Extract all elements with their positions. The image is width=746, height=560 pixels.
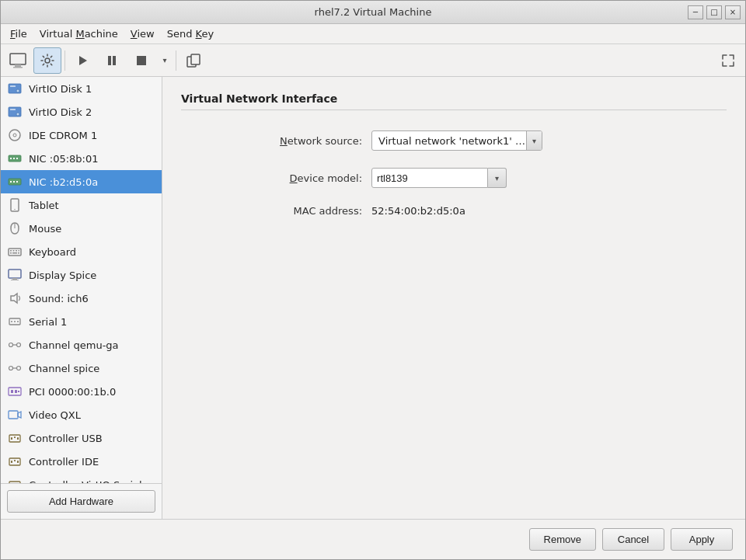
svg-rect-6 xyxy=(113,56,116,65)
sidebar-item-ide-cdrom-1[interactable]: IDE CDROM 1 xyxy=(1,123,162,147)
menu-view[interactable]: View xyxy=(124,26,161,41)
svg-rect-29 xyxy=(9,249,21,256)
svg-rect-19 xyxy=(10,158,12,159)
svg-point-45 xyxy=(9,343,13,347)
clone-icon xyxy=(186,53,201,68)
sidebar-item-pci-0000-00-1b-0[interactable]: PCI 0000:00:1b.0 xyxy=(1,380,162,403)
menu-file[interactable]: File xyxy=(4,26,33,41)
sidebar-item-controller-virtio-serial[interactable]: Controller VirtIO Serial xyxy=(1,473,162,483)
mac-address-value: 52:54:00:b2:d5:0a xyxy=(371,205,465,217)
sidebar-item-controller-usb[interactable]: Controller USB xyxy=(1,426,162,450)
toolbar-screen-button[interactable] xyxy=(4,47,32,74)
svg-rect-24 xyxy=(13,181,15,183)
serial-icon xyxy=(7,314,23,329)
sidebar-item-video-qxl[interactable]: Video QXL xyxy=(1,403,162,426)
mac-address-control: 52:54:00:b2:d5:0a xyxy=(371,205,727,217)
disk-icon xyxy=(7,104,23,120)
main-window: rhel7.2 Virtual Machine − □ × File Virtu… xyxy=(0,0,746,560)
toolbar-stop-button[interactable] xyxy=(127,47,155,74)
maximize-button[interactable]: □ xyxy=(706,5,722,19)
svg-rect-39 xyxy=(11,280,19,280)
stop-icon xyxy=(135,54,148,67)
svg-rect-11 xyxy=(10,85,16,87)
toolbar-settings-button[interactable] xyxy=(33,47,61,74)
close-button[interactable]: × xyxy=(725,5,741,19)
apply-button[interactable]: Apply xyxy=(671,528,733,551)
sidebar-item-mouse[interactable]: Mouse xyxy=(1,217,162,240)
settings-icon xyxy=(40,53,55,68)
controller-icon xyxy=(7,477,23,483)
sidebar-item-tablet[interactable]: Tablet xyxy=(1,193,162,217)
sidebar-item-sound-ich6[interactable]: Sound: ich6 xyxy=(1,287,162,310)
toolbar-clone-button[interactable] xyxy=(180,47,207,74)
device-model-control: ▾ xyxy=(371,168,727,188)
sidebar-item-channel-qemu-ga[interactable]: Channel qemu-ga xyxy=(1,333,162,357)
svg-rect-54 xyxy=(18,391,19,392)
sidebar-item-controller-ide[interactable]: Controller IDE xyxy=(1,450,162,473)
device-model-row: Device model: ▾ xyxy=(181,168,727,188)
toolbar-pause-button[interactable] xyxy=(98,47,126,74)
toolbar-sep-2 xyxy=(176,50,176,71)
sidebar: VirtIO Disk 1VirtIO Disk 2IDE CDROM 1NIC… xyxy=(1,77,162,519)
sidebar-item-label-pci-0000-00-1b-0: PCI 0000:00:1b.0 xyxy=(29,386,116,398)
svg-point-16 xyxy=(9,130,20,141)
svg-point-15 xyxy=(16,113,19,116)
toolbar-play-button[interactable] xyxy=(68,47,96,74)
svg-point-49 xyxy=(17,367,21,370)
cancel-button[interactable]: Cancel xyxy=(602,528,664,551)
device-model-dropdown-arrow-icon[interactable]: ▾ xyxy=(488,168,507,188)
device-model-input[interactable] xyxy=(371,168,488,188)
toolbar-expand-button[interactable] xyxy=(714,47,742,74)
menu-virtual-machine[interactable]: Virtual Machine xyxy=(33,26,124,41)
sidebar-item-nic-b2-d5-0a[interactable]: NIC :b2:d5:0a xyxy=(1,170,162,193)
svg-rect-38 xyxy=(12,278,17,280)
sidebar-item-nic-05-8b-01[interactable]: NIC :05:8b:01 xyxy=(1,147,162,170)
svg-rect-30 xyxy=(10,250,12,252)
svg-rect-64 xyxy=(17,461,19,463)
screen-icon xyxy=(9,53,26,68)
spacer-row xyxy=(181,157,727,162)
sidebar-list: VirtIO Disk 1VirtIO Disk 2IDE CDROM 1NIC… xyxy=(1,77,162,483)
sidebar-item-serial-1[interactable]: Serial 1 xyxy=(1,310,162,333)
svg-rect-63 xyxy=(14,460,16,461)
svg-rect-1 xyxy=(15,64,21,67)
bottom-bar: Remove Cancel Apply xyxy=(1,519,745,559)
controller-icon xyxy=(7,430,23,446)
expand-icon xyxy=(720,53,736,68)
menu-vm-label: Virtual Machine xyxy=(40,28,118,40)
network-source-value: Virtual network 'network1' : NAT xyxy=(378,135,526,147)
mouse-icon xyxy=(7,221,23,236)
remove-button[interactable]: Remove xyxy=(529,528,596,551)
menu-view-label: View xyxy=(131,28,155,40)
network-source-control: Virtual network 'network1' : NAT ▾ xyxy=(371,130,727,151)
svg-rect-31 xyxy=(13,250,15,252)
svg-rect-55 xyxy=(9,411,18,419)
sidebar-item-virtio-disk-1[interactable]: VirtIO Disk 1 xyxy=(1,77,162,100)
menubar: File Virtual Machine View Send Key xyxy=(1,24,745,44)
sidebar-item-label-nic-05-8b-01: NIC :05:8b:01 xyxy=(29,153,99,165)
sidebar-item-display-spice[interactable]: Display Spice xyxy=(1,263,162,287)
network-source-dropdown[interactable]: Virtual network 'network1' : NAT ▾ xyxy=(371,130,542,151)
svg-point-17 xyxy=(13,134,16,137)
titlebar-controls: − □ × xyxy=(688,5,741,19)
svg-rect-37 xyxy=(9,270,21,278)
minimize-button[interactable]: − xyxy=(688,5,703,19)
sidebar-item-label-virtio-disk-2: VirtIO Disk 2 xyxy=(29,106,92,118)
menu-send-key-label: Send Key xyxy=(167,28,214,40)
sidebar-item-channel-spice[interactable]: Channel spice xyxy=(1,357,162,380)
sidebar-item-label-ide-cdrom-1: IDE CDROM 1 xyxy=(29,130,97,141)
svg-rect-32 xyxy=(16,250,17,252)
menu-send-key[interactable]: Send Key xyxy=(161,26,220,41)
sidebar-item-virtio-disk-2[interactable]: VirtIO Disk 2 xyxy=(1,100,162,123)
svg-rect-25 xyxy=(16,181,18,183)
sidebar-item-keyboard[interactable]: Keyboard xyxy=(1,240,162,263)
svg-rect-9 xyxy=(191,54,200,64)
svg-rect-0 xyxy=(10,54,26,64)
svg-rect-20 xyxy=(13,158,15,159)
pause-icon xyxy=(106,54,118,67)
controller-icon xyxy=(7,454,23,469)
pci-icon xyxy=(7,384,23,399)
add-hardware-button[interactable]: Add Hardware xyxy=(7,490,155,513)
toolbar-more-button[interactable]: ▾ xyxy=(157,47,173,74)
disk-icon xyxy=(7,81,23,96)
